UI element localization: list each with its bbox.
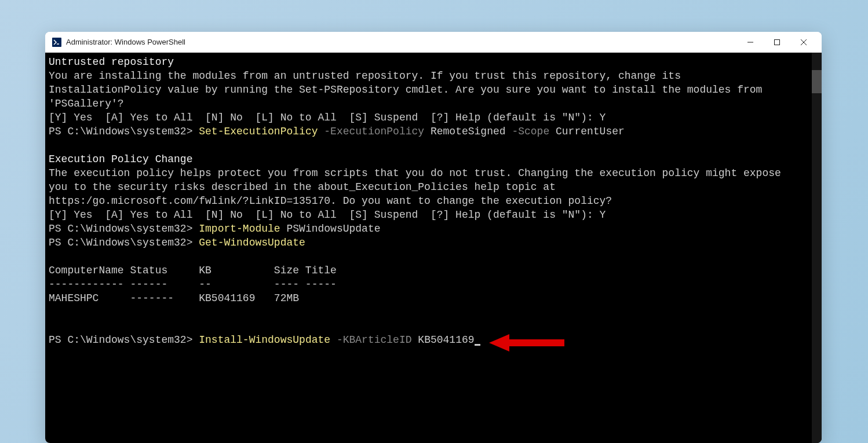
powershell-window: Administrator: Windows PowerShell Untrus… — [45, 32, 822, 443]
terminal-line: [Y] Yes [A] Yes to All [N] No [L] No to … — [49, 112, 606, 123]
command-text: Install-WindowsUpdate — [199, 334, 337, 346]
command-text: Import-Module — [199, 223, 286, 235]
close-button[interactable] — [790, 32, 817, 53]
terminal-line: [Y] Yes [A] Yes to All [N] No [L] No to … — [49, 209, 606, 221]
prompt: PS C:\Windows\system32> — [49, 237, 199, 248]
command-param: -KBArticleID — [337, 334, 418, 346]
maximize-button[interactable] — [764, 32, 790, 53]
terminal-content[interactable]: Untrusted repository You are installing … — [45, 53, 812, 443]
cursor — [475, 344, 480, 346]
table-header: ComputerName Status KB Size Title — [49, 265, 337, 276]
window-controls — [737, 32, 817, 53]
window-title: Administrator: Windows PowerShell — [66, 38, 737, 46]
prompt: PS C:\Windows\system32> — [49, 223, 199, 235]
terminal-line: The execution policy helps protect you f… — [49, 167, 781, 179]
command-arg: KB5041169 — [418, 334, 474, 346]
command-arg: CurrentUser — [556, 126, 625, 137]
command-arg: PSWindowsUpdate — [286, 223, 380, 235]
terminal-line: you to the security risks described in t… — [49, 181, 556, 193]
terminal-line: 'PSGallery'? — [49, 98, 124, 109]
minimize-button[interactable] — [737, 32, 764, 53]
terminal-line: Untrusted repository — [49, 56, 174, 68]
terminal-line: You are installing the modules from an u… — [49, 70, 681, 82]
terminal-line: https:/go.microsoft.com/fwlink/?LinkID=1… — [49, 195, 612, 207]
prompt: PS C:\Windows\system32> — [49, 334, 199, 346]
terminal-line: Execution Policy Change — [49, 153, 192, 165]
prompt: PS C:\Windows\system32> — [49, 126, 199, 137]
terminal-line: InstallationPolicy value by running the … — [49, 84, 762, 96]
terminal-area[interactable]: Untrusted repository You are installing … — [45, 53, 822, 443]
powershell-icon — [52, 38, 61, 47]
table-row: MAHESHPC ------- KB5041169 72MB — [49, 292, 299, 304]
scrollbar[interactable] — [812, 53, 822, 443]
titlebar[interactable]: Administrator: Windows PowerShell — [45, 32, 822, 53]
command-text: Get-WindowsUpdate — [199, 237, 305, 248]
scrollbar-thumb[interactable] — [812, 70, 822, 93]
command-text: Set-ExecutionPolicy — [199, 126, 324, 137]
svg-rect-3 — [775, 39, 780, 45]
command-param: -Scope — [512, 126, 556, 137]
table-divider: ------------ ------ -- ---- ----- — [49, 279, 337, 290]
command-param: -ExecutionPolicy — [324, 126, 431, 137]
command-arg: RemoteSigned — [431, 126, 512, 137]
